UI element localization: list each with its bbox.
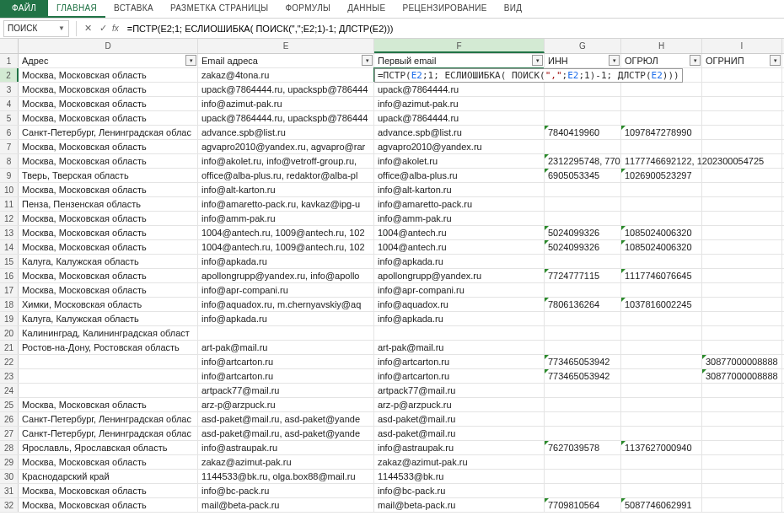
cell[interactable]	[702, 226, 782, 239]
cell[interactable]: office@alba-plus.ru	[374, 169, 545, 182]
cell[interactable]	[545, 470, 621, 483]
cell[interactable]: arz-p@arzpuck.ru	[198, 398, 374, 411]
cell[interactable]: 5024099326	[545, 240, 621, 254]
cell[interactable]: info@astraupak.ru	[198, 441, 374, 454]
cell[interactable]	[702, 427, 782, 440]
cell[interactable]: 1097847278990	[621, 126, 702, 139]
cell[interactable]: 7724777115	[545, 269, 621, 282]
cell[interactable]: upack@7864444.ru, upackspb@786444	[198, 83, 374, 96]
cell[interactable]	[545, 398, 621, 411]
cell[interactable]: Москва, Московская область	[19, 154, 198, 168]
row-header[interactable]: 22	[0, 355, 19, 368]
cell[interactable]: 7840419960	[545, 126, 621, 139]
cell[interactable]: info@bc-pack.ru	[374, 484, 545, 497]
cell[interactable]: asd-paket@mail.ru	[374, 427, 545, 440]
cell[interactable]	[545, 283, 621, 297]
select-all-corner[interactable]	[0, 39, 19, 53]
filter-dropdown-icon[interactable]: ▾	[532, 55, 543, 66]
cell[interactable]: arz-p@arzpuck.ru	[374, 398, 545, 411]
cell[interactable]	[621, 183, 702, 196]
cell[interactable]: info@artcarton.ru	[198, 369, 374, 383]
cell[interactable]: info@akolet.ru, info@vetroff-group.ru,	[198, 154, 374, 168]
cell[interactable]	[702, 455, 782, 469]
cell[interactable]: Москва, Московская область	[19, 498, 198, 512]
cell[interactable]	[621, 140, 702, 153]
cell[interactable]	[621, 111, 702, 125]
cell[interactable]: 1026900523297	[621, 169, 702, 182]
cell[interactable]: 1037816002245	[621, 298, 702, 311]
cell[interactable]: Ростов-на-Дону, Ростовская область	[19, 341, 198, 354]
cell[interactable]: 7709810564	[545, 498, 621, 512]
cell[interactable]	[702, 298, 782, 311]
cell[interactable]: info@apkada.ru	[374, 255, 545, 268]
cell[interactable]: Москва, Московская область	[19, 484, 198, 497]
cell[interactable]: info@alt-karton.ru	[198, 183, 374, 196]
row-header[interactable]: 23	[0, 369, 19, 383]
fx-icon[interactable]: fx	[112, 24, 119, 33]
cell[interactable]: info@akolet.ru	[374, 154, 545, 168]
cell[interactable]	[702, 140, 782, 153]
row-header[interactable]: 3	[0, 83, 19, 96]
cell[interactable]: asd-paket@mail.ru, asd-paket@yande	[198, 412, 374, 426]
cell[interactable]	[702, 97, 782, 110]
cell[interactable]	[545, 455, 621, 469]
tab-review[interactable]: РЕЦЕНЗИРОВАНИЕ	[394, 0, 495, 18]
cell[interactable]: asd-paket@mail.ru	[374, 412, 545, 426]
cell[interactable]: 1085024006320	[621, 240, 702, 254]
cell[interactable]: info@amaretto-pack.ru, kavkaz@ipg-u	[198, 197, 374, 211]
cell[interactable]	[545, 312, 621, 325]
cell[interactable]: info@astraupak.ru	[374, 441, 545, 454]
cell[interactable]	[621, 369, 702, 383]
cell[interactable]	[702, 441, 782, 454]
cell[interactable]: Москва, Московская область	[19, 212, 198, 225]
filter-dropdown-icon[interactable]: ▾	[362, 55, 373, 66]
cell[interactable]: 1004@antech.ru, 1009@antech.ru, 102	[198, 226, 374, 239]
cell[interactable]	[702, 398, 782, 411]
cell[interactable]: Тверь, Тверская область	[19, 169, 198, 182]
cell[interactable]	[621, 412, 702, 426]
cell[interactable]: info@amm-pak.ru	[374, 212, 545, 225]
cell[interactable]: 1144533@bk.ru	[374, 470, 545, 483]
cell[interactable]	[545, 111, 621, 125]
cell[interactable]: artpack77@mail.ru	[374, 384, 545, 397]
cell[interactable]: agvapro2010@yandex.ru, agvapro@rar	[198, 140, 374, 153]
cell[interactable]	[702, 255, 782, 268]
cell[interactable]: advance.spb@list.ru	[198, 126, 374, 139]
cell[interactable]: art-pak@mail.ru	[374, 341, 545, 354]
cell[interactable]	[621, 398, 702, 411]
cell[interactable]: Москва, Московская область	[19, 83, 198, 96]
cell[interactable]: info@amm-pak.ru	[198, 212, 374, 225]
row-header[interactable]: 26	[0, 412, 19, 426]
row-header[interactable]: 4	[0, 97, 19, 110]
cell[interactable]: info@azimut-pak.ru	[374, 97, 545, 110]
cell[interactable]: Калуга, Калужская область	[19, 312, 198, 325]
filter-dropdown-icon[interactable]: ▾	[690, 55, 701, 66]
tab-view[interactable]: ВИД	[496, 0, 531, 18]
chevron-down-icon[interactable]: ▼	[58, 24, 65, 32]
cell[interactable]	[702, 384, 782, 397]
row-header[interactable]: 15	[0, 255, 19, 268]
cell[interactable]	[702, 312, 782, 325]
cell[interactable]	[621, 355, 702, 368]
row-header[interactable]: 17	[0, 283, 19, 297]
cell[interactable]: 1004@antech.ru	[374, 240, 545, 254]
row-header[interactable]: 11	[0, 197, 19, 211]
cell[interactable]	[545, 97, 621, 110]
cell[interactable]	[702, 197, 782, 211]
cell[interactable]	[702, 326, 782, 340]
column-header-F[interactable]: F	[374, 39, 545, 53]
row-header[interactable]: 14	[0, 240, 19, 254]
cell[interactable]	[545, 427, 621, 440]
cell[interactable]: Москва, Московская область	[19, 269, 198, 282]
cell[interactable]: 1177746692122, 1202300054725	[621, 154, 702, 168]
cell[interactable]	[702, 341, 782, 354]
cell[interactable]: Москва, Московская область	[19, 97, 198, 110]
column-header-D[interactable]: D	[19, 39, 198, 53]
tab-home[interactable]: ГЛАВНАЯ	[48, 0, 105, 18]
cell[interactable]	[621, 341, 702, 354]
cell[interactable]: Калининград, Калининградская област	[19, 326, 198, 340]
cell[interactable]: 7627039578	[545, 441, 621, 454]
cell[interactable]: 2312295748, 7704	[545, 154, 621, 168]
cell[interactable]	[621, 455, 702, 469]
cell[interactable]: advance.spb@list.ru	[374, 126, 545, 139]
